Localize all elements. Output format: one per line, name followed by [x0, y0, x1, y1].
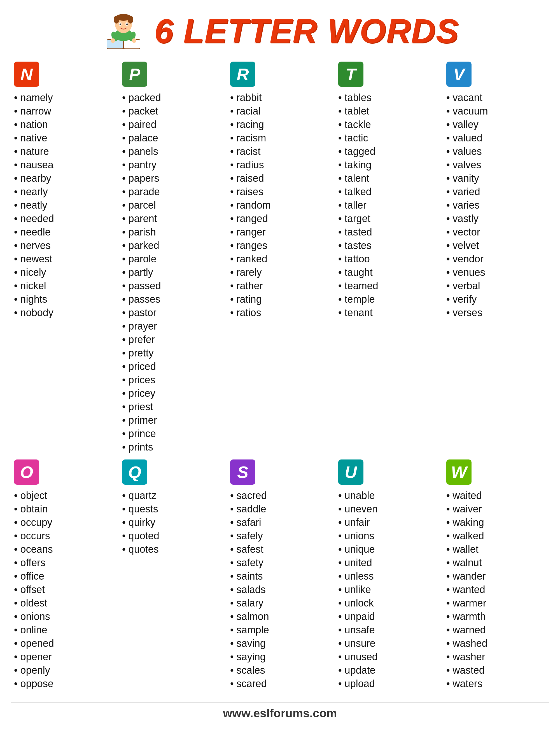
list-item: priest — [119, 400, 224, 414]
list-item: target — [336, 212, 441, 225]
list-item: unable — [336, 489, 441, 502]
svg-point-12 — [126, 23, 128, 25]
list-item: narrow — [11, 104, 117, 118]
list-item: panels — [119, 145, 224, 158]
list-item: quotes — [119, 543, 224, 556]
badge-n: N — [14, 62, 39, 87]
list-item: vastly — [443, 212, 549, 225]
list-item: taking — [336, 158, 441, 172]
svg-point-7 — [114, 16, 119, 23]
list-item: ranges — [227, 239, 333, 252]
list-item: saving — [227, 637, 333, 650]
badge-u: U — [338, 459, 363, 485]
list-item: quartz — [119, 489, 224, 502]
svg-point-11 — [120, 23, 121, 25]
list-item: pastor — [119, 306, 224, 319]
list-item: nature — [11, 145, 117, 158]
top-grid: N namely narrow nation native nature nau… — [11, 62, 549, 459]
list-item: valley — [443, 118, 549, 131]
list-item: needle — [11, 225, 117, 239]
list-item: nearly — [11, 185, 117, 199]
column-w: W waited waiver waking walked wallet wal… — [443, 459, 549, 696]
list-item: raises — [227, 185, 333, 199]
list-item: varied — [443, 185, 549, 199]
list-item: unless — [336, 570, 441, 583]
list-item: packet — [119, 104, 224, 118]
badge-o: O — [14, 459, 39, 485]
list-item: onions — [11, 610, 117, 623]
word-list-o: object obtain occupy occurs oceans offer… — [11, 489, 117, 691]
list-item: ranged — [227, 212, 333, 225]
list-item: opener — [11, 650, 117, 663]
list-item: upload — [336, 677, 441, 691]
word-list-w: waited waiver waking walked wallet walnu… — [443, 489, 549, 691]
list-item: unused — [336, 650, 441, 663]
list-item: rating — [227, 293, 333, 306]
list-item: unlike — [336, 583, 441, 596]
list-item: unfair — [336, 516, 441, 529]
list-item: occupy — [11, 516, 117, 529]
badge-t-letter: T — [346, 65, 356, 84]
list-item: raised — [227, 172, 333, 185]
badge-r-letter: R — [237, 65, 248, 84]
word-list-q: quartz quests quirky quoted quotes — [119, 489, 224, 556]
list-item: native — [11, 131, 117, 145]
list-item: washed — [443, 637, 549, 650]
list-item: nobody — [11, 306, 117, 319]
word-list-v: vacant vacuum valley valued values valve… — [443, 91, 549, 319]
list-item: partly — [119, 266, 224, 279]
footer: www.eslforums.com — [11, 702, 549, 724]
list-item: tenant — [336, 306, 441, 319]
list-item: needed — [11, 212, 117, 225]
list-item: nicely — [11, 266, 117, 279]
bottom-grid: O object obtain occupy occurs oceans off… — [11, 459, 549, 696]
list-item: packed — [119, 91, 224, 104]
badge-p: P — [122, 62, 147, 87]
footer-url: www.eslforums.com — [223, 707, 337, 720]
list-item: salads — [227, 583, 333, 596]
list-item: saying — [227, 650, 333, 663]
list-item: primer — [119, 414, 224, 427]
list-item: verses — [443, 306, 549, 319]
list-item: temple — [336, 293, 441, 306]
list-item: parcel — [119, 199, 224, 212]
list-item: nation — [11, 118, 117, 131]
list-item: palace — [119, 131, 224, 145]
badge-w-letter: W — [451, 462, 467, 482]
list-item: rabbit — [227, 91, 333, 104]
list-item: wasted — [443, 663, 549, 677]
word-list-n: namely narrow nation native nature nause… — [11, 91, 117, 319]
list-item: vendor — [443, 252, 549, 266]
badge-q: Q — [122, 459, 147, 485]
column-v: V vacant vacuum valley valued values val… — [443, 62, 549, 459]
list-item: papers — [119, 172, 224, 185]
list-item: values — [443, 145, 549, 158]
list-item: prices — [119, 373, 224, 387]
list-item: unique — [336, 543, 441, 556]
badge-n-letter: N — [20, 65, 33, 84]
list-item: united — [336, 556, 441, 570]
badge-o-letter: O — [20, 462, 33, 482]
list-item: scared — [227, 677, 333, 691]
list-item: velvet — [443, 239, 549, 252]
list-item: racing — [227, 118, 333, 131]
list-item: namely — [11, 91, 117, 104]
list-item: passes — [119, 293, 224, 306]
page: 6 LETTER WORDS N namely narrow nation na… — [0, 0, 560, 756]
list-item: talent — [336, 172, 441, 185]
list-item: wander — [443, 570, 549, 583]
column-q: Q quartz quests quirky quoted quotes — [119, 459, 224, 696]
list-item: taught — [336, 266, 441, 279]
list-item: waking — [443, 516, 549, 529]
list-item: uneven — [336, 502, 441, 516]
list-item: vector — [443, 225, 549, 239]
list-item: parked — [119, 239, 224, 252]
list-item: vanity — [443, 172, 549, 185]
list-item: tastes — [336, 239, 441, 252]
svg-point-15 — [111, 38, 115, 43]
list-item: opened — [11, 637, 117, 650]
list-item: saddle — [227, 502, 333, 516]
svg-point-8 — [128, 16, 133, 23]
list-item: walked — [443, 529, 549, 543]
list-item: warmth — [443, 610, 549, 623]
